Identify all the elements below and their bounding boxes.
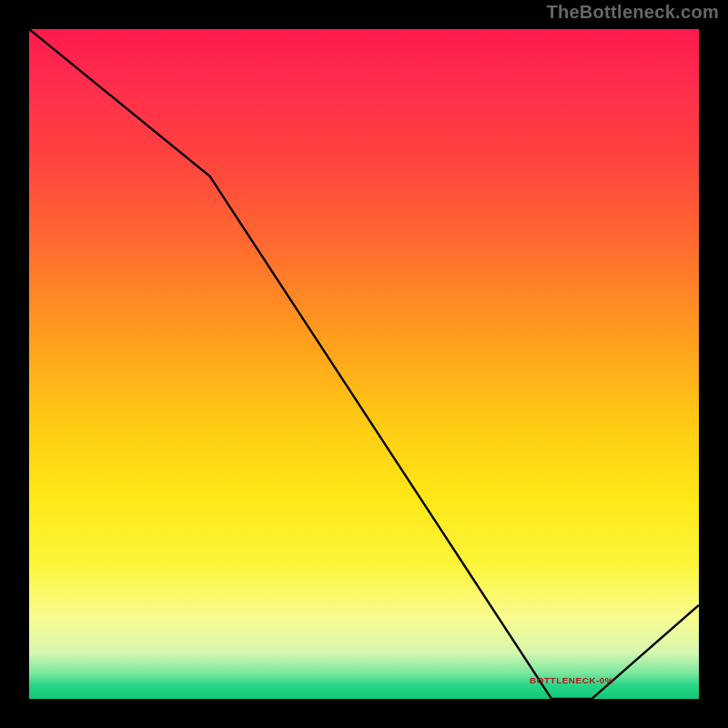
chart-frame: TheBottleneck.com BOTTLENECK-0%: [0, 0, 728, 728]
chart-plot-area: BOTTLENECK-0%: [27, 27, 701, 701]
zero-bottleneck-label: BOTTLENECK-0%: [530, 675, 613, 685]
bottleneck-curve: [29, 29, 699, 699]
watermark-text: TheBottleneck.com: [546, 2, 719, 23]
chart-svg: BOTTLENECK-0%: [29, 29, 699, 699]
